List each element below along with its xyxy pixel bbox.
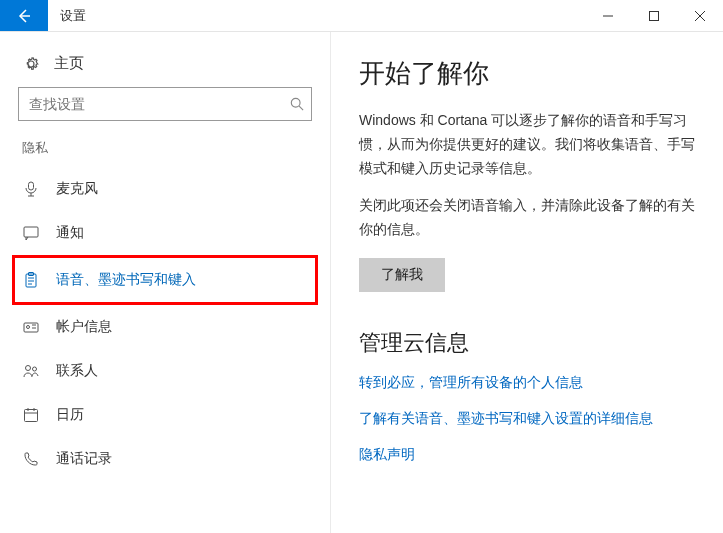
back-button[interactable] bbox=[0, 0, 48, 31]
microphone-icon bbox=[22, 181, 40, 197]
gear-icon bbox=[22, 55, 40, 73]
maximize-button[interactable] bbox=[631, 0, 677, 31]
sidebar-item-label: 日历 bbox=[56, 406, 84, 424]
sidebar-item-label: 帐户信息 bbox=[56, 318, 112, 336]
home-label: 主页 bbox=[54, 54, 84, 73]
svg-rect-10 bbox=[25, 410, 38, 422]
search-input[interactable] bbox=[18, 87, 312, 121]
get-to-know-me-button[interactable]: 了解我 bbox=[359, 258, 445, 292]
arrow-left-icon bbox=[16, 8, 32, 24]
svg-point-7 bbox=[27, 326, 30, 329]
close-button[interactable] bbox=[677, 0, 723, 31]
svg-rect-0 bbox=[650, 11, 659, 20]
sidebar-item-label: 语音、墨迹书写和键入 bbox=[56, 271, 196, 289]
sidebar-item-label: 通话记录 bbox=[56, 450, 112, 468]
sidebar-item-label: 通知 bbox=[56, 224, 84, 242]
sidebar-item-notifications[interactable]: 通知 bbox=[0, 211, 330, 255]
privacy-statement-link[interactable]: 隐私声明 bbox=[359, 446, 699, 464]
section-heading: 管理云信息 bbox=[359, 328, 699, 358]
sidebar-item-label: 联系人 bbox=[56, 362, 98, 380]
sidebar-item-contacts[interactable]: 联系人 bbox=[0, 349, 330, 393]
close-icon bbox=[695, 11, 705, 21]
sidebar-item-speech-inking-typing[interactable]: 语音、墨迹书写和键入 bbox=[22, 258, 308, 302]
svg-rect-2 bbox=[29, 182, 34, 190]
minimize-button[interactable] bbox=[585, 0, 631, 31]
svg-point-8 bbox=[26, 366, 31, 371]
description-1: Windows 和 Cortana 可以逐步了解你的语音和手写习惯，从而为你提供… bbox=[359, 109, 699, 180]
window-title: 设置 bbox=[48, 0, 98, 31]
clipboard-icon bbox=[22, 272, 40, 288]
svg-rect-3 bbox=[24, 227, 38, 237]
sidebar-item-label: 麦克风 bbox=[56, 180, 98, 198]
contacts-icon bbox=[22, 363, 40, 379]
learn-more-link[interactable]: 了解有关语音、墨迹书写和键入设置的详细信息 bbox=[359, 410, 699, 428]
calendar-icon bbox=[22, 407, 40, 423]
page-heading: 开始了解你 bbox=[359, 56, 699, 91]
phone-icon bbox=[22, 451, 40, 467]
account-icon bbox=[22, 319, 40, 335]
notification-icon bbox=[22, 225, 40, 241]
sidebar: 主页 隐私 麦克风 通知 bbox=[0, 32, 330, 533]
svg-point-9 bbox=[33, 367, 37, 371]
sidebar-item-calendar[interactable]: 日历 bbox=[0, 393, 330, 437]
main-content: 开始了解你 Windows 和 Cortana 可以逐步了解你的语音和手写习惯，… bbox=[330, 32, 723, 533]
minimize-icon bbox=[603, 11, 613, 21]
sidebar-item-microphone[interactable]: 麦克风 bbox=[0, 167, 330, 211]
home-link[interactable]: 主页 bbox=[0, 48, 330, 87]
sidebar-item-call-history[interactable]: 通话记录 bbox=[0, 437, 330, 481]
maximize-icon bbox=[649, 11, 659, 21]
sidebar-item-account-info[interactable]: 帐户信息 bbox=[0, 305, 330, 349]
bing-personal-info-link[interactable]: 转到必应，管理所有设备的个人信息 bbox=[359, 374, 699, 392]
annotation-highlight: 语音、墨迹书写和键入 bbox=[12, 255, 318, 305]
description-2: 关闭此项还会关闭语音输入，并清除此设备了解的有关你的信息。 bbox=[359, 194, 699, 242]
section-label: 隐私 bbox=[0, 139, 330, 167]
